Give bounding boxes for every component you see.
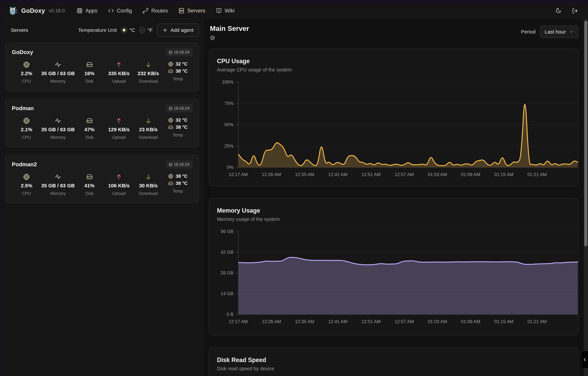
cpu-chart-plot[interactable]: 100%75%50%25%0%12:17 AM12:26 AM12:35 AM1…	[209, 82, 578, 180]
x-axis-tick-label: 12:51 AM	[354, 319, 388, 324]
route-icon	[142, 8, 149, 14]
drawer-toggle[interactable]	[582, 351, 588, 368]
cpu-value: 2.2%	[21, 71, 32, 76]
period-select[interactable]: Last hour	[540, 26, 578, 38]
server-card-podman2[interactable]: Podman2 @ 16:16:24 2.5% CPU 35 GB / 63 G…	[5, 155, 199, 203]
temp-stat: 32 °C 38 °C Temp	[163, 61, 192, 84]
nav-item-servers[interactable]: Servers	[178, 8, 205, 14]
chart-subtitle: Average CPU usage of the system	[217, 67, 578, 73]
disk-temp-value: 38 °C	[176, 181, 187, 186]
gridline	[238, 314, 578, 315]
cpu-stat: 2.1% CPU	[12, 117, 41, 140]
grid-icon	[76, 8, 83, 14]
server-card-podman[interactable]: Podman @ 16:16:24 2.1% CPU 35 GB / 63 GB	[5, 99, 199, 147]
memory-value: 35 GB / 63 GB	[41, 127, 75, 132]
axis-tick	[236, 314, 238, 315]
memory-chart-plot[interactable]: 56 GB42 GB28 GB14 GB0 B12:17 AM12:26 AM1…	[209, 231, 578, 327]
cpu-icon	[168, 118, 173, 123]
disk-temp-value: 38 °C	[176, 125, 187, 130]
temperature-unit-label: Temperature Unit	[78, 27, 117, 33]
upload-label: Upload	[112, 135, 126, 140]
x-axis-tick-label: 12:17 AM	[221, 319, 255, 324]
disk-stat: 16% Disk	[75, 61, 104, 84]
scrollbar-thumb[interactable]	[584, 21, 587, 246]
celsius-label: °C	[129, 27, 135, 33]
main-header: Main Server Period Last hour	[203, 19, 588, 41]
code-icon	[108, 8, 114, 14]
brand: GoDoxy v0.18.0	[9, 6, 65, 15]
server-name: Podman2	[12, 161, 37, 168]
nav-label: Wiki	[225, 8, 235, 14]
radio-celsius[interactable]	[121, 27, 127, 33]
y-axis-tick-label: 25%	[209, 143, 234, 149]
chart-series	[238, 82, 578, 167]
x-axis-tick-label: 01:21 AM	[520, 172, 554, 177]
logout-icon[interactable]	[572, 8, 578, 14]
radio-fahrenheit[interactable]	[139, 27, 146, 33]
nav-item-wiki[interactable]: Wiki	[216, 8, 235, 14]
hard-drive-icon	[86, 174, 93, 180]
page-title: Main Server	[210, 25, 249, 32]
download-label: Download	[139, 79, 158, 84]
axis-tick	[236, 82, 238, 82]
arrow-up-icon	[116, 61, 122, 68]
x-axis-tick-label: 12:26 AM	[255, 319, 288, 324]
server-name: Podman	[12, 105, 34, 112]
disk-label: Disk	[85, 135, 94, 140]
top-navbar: GoDoxy v0.18.0 Apps Config Routes Server…	[1, 3, 588, 19]
scrollbar-track[interactable]	[584, 19, 588, 376]
cpu-icon	[23, 61, 30, 68]
cpu-icon	[168, 174, 173, 179]
upload-value: 129 KB/s	[108, 127, 130, 132]
unit-fahrenheit-option[interactable]: °F	[139, 27, 153, 33]
nav-actions	[555, 8, 581, 14]
server-card-godoxy[interactable]: GoDoxy @ 16:16:24 2.2% CPU 35 GB / 63 GB	[5, 43, 199, 91]
hard-drive-icon	[168, 181, 173, 186]
upload-stat: 129 KB/s Upload	[104, 117, 134, 140]
temp-label: Temp	[173, 76, 183, 81]
last-update-badge: @ 16:16:24	[166, 160, 192, 168]
upload-stat: 335 KB/s Upload	[104, 61, 134, 84]
cpu-temp-value: 38 °C	[176, 174, 187, 179]
primary-nav: Apps Config Routes Servers Wiki	[76, 8, 235, 14]
disk-stat: 41% Disk	[75, 174, 104, 196]
y-axis-tick-label: 0 B	[209, 312, 234, 317]
disk-value: 41%	[84, 183, 94, 188]
add-agent-button[interactable]: Add agent	[157, 24, 199, 37]
chevron-down-icon	[569, 30, 574, 34]
x-axis-tick-label: 12:57 AM	[387, 319, 421, 324]
hard-drive-icon	[86, 117, 93, 124]
download-value: 30 KB/s	[139, 183, 158, 188]
memory-label: Memory	[50, 79, 65, 84]
chart-series	[238, 231, 578, 314]
disk-value: 47%	[84, 127, 94, 132]
download-value: 23 KB/s	[139, 127, 158, 132]
x-axis-tick-label: 01:15 AM	[487, 319, 521, 324]
x-axis-tick-label: 12:35 AM	[288, 172, 321, 177]
nav-label: Servers	[187, 8, 205, 14]
activity-icon	[55, 174, 61, 180]
download-label: Download	[139, 191, 158, 196]
period-label: Period	[521, 29, 535, 35]
axis-tick	[236, 273, 238, 273]
x-axis-tick-label: 01:15 AM	[487, 172, 521, 177]
godoxy-logo-icon	[9, 6, 18, 15]
axis-tick	[236, 104, 238, 104]
memory-value: 35 GB / 63 GB	[41, 71, 75, 76]
plus-icon	[162, 27, 168, 33]
brand-name: GoDoxy	[21, 7, 45, 14]
nav-item-routes[interactable]: Routes	[142, 8, 168, 14]
moon-icon[interactable]	[555, 8, 561, 14]
nav-item-apps[interactable]: Apps	[76, 8, 97, 14]
disk-label: Disk	[85, 191, 94, 196]
app-window: GoDoxy v0.18.0 Apps Config Routes Server…	[1, 3, 588, 376]
x-axis-tick-label: 01:09 AM	[454, 172, 488, 177]
unit-celsius-option[interactable]: °C	[121, 27, 135, 33]
upload-stat: 106 KB/s Upload	[104, 174, 134, 196]
nav-item-config[interactable]: Config	[108, 8, 132, 14]
period-value: Last hour	[545, 29, 566, 35]
chevron-left-icon	[583, 357, 587, 362]
axis-tick	[236, 146, 238, 146]
arrow-down-icon	[145, 174, 152, 180]
activity-icon	[55, 61, 61, 68]
